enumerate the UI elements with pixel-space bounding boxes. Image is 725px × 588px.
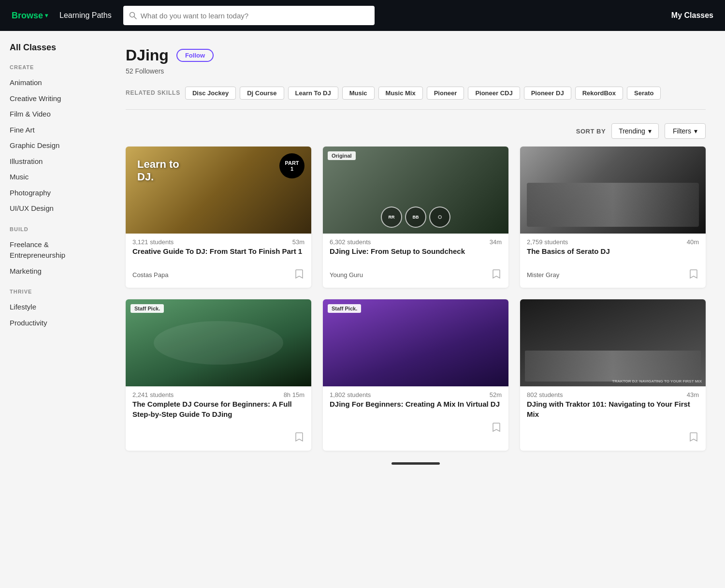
course-meta-1: 3,121 students 53m (126, 234, 311, 247)
course-title-2: DJing Live: From Setup to Soundcheck (330, 247, 502, 256)
course-card-1[interactable]: Learn toDJ. PART 1 3,121 students 53m Cr… (126, 147, 311, 288)
search-icon (129, 12, 137, 19)
course-footer-3: Mister Gray (520, 265, 706, 288)
course-duration-5: 52m (490, 391, 502, 398)
course-title-6: DJing with Traktor 101: Navigating to Yo… (527, 399, 699, 419)
course-title-5: DJing For Beginners: Creating A Mix In V… (330, 399, 502, 409)
staff-pick-badge-4: Staff Pick. (130, 304, 164, 313)
thumb-visual-3 (520, 147, 706, 234)
skill-tag-music[interactable]: Music (342, 87, 375, 100)
related-skills-label: RELATED SKILLS (126, 87, 180, 96)
sidebar-item-productivity[interactable]: Productivity (10, 315, 97, 331)
learning-paths-link[interactable]: Learning Paths (59, 11, 112, 20)
browse-button[interactable]: Browse ▾ (12, 11, 48, 21)
course-students-5: 1,802 students (330, 391, 371, 398)
skill-tag-learn-to-dj[interactable]: Learn To DJ (288, 87, 338, 100)
bookmark-button-6[interactable] (688, 431, 699, 445)
course-meta-2: 6,302 students 34m (323, 234, 508, 247)
skill-tag-pioneer-cdj[interactable]: Pioneer CDJ (468, 87, 520, 100)
thumb-mixer-3 (527, 183, 699, 227)
sort-dropdown[interactable]: Trending ▾ (611, 123, 659, 139)
sidebar-item-film-video[interactable]: Film & Video (10, 106, 97, 122)
sort-chevron-icon: ▾ (648, 127, 652, 135)
bookmark-button-5[interactable] (491, 421, 502, 435)
followers-count: 52 Followers (126, 67, 706, 75)
scroll-indicator (126, 462, 706, 465)
course-meta-4: 2,241 students 8h 15m (126, 386, 311, 399)
course-footer-6 (520, 428, 706, 451)
skill-tag-pioneer[interactable]: Pioneer (427, 87, 464, 100)
sidebar-item-music[interactable]: Music (10, 169, 97, 185)
sidebar-item-marketing[interactable]: Marketing (10, 264, 97, 279)
logo-circle-1: RR (381, 206, 402, 228)
logo-circle-3: ⬡ (429, 206, 450, 228)
course-info-1: Creative Guide To DJ: From Start To Fini… (126, 247, 311, 265)
skill-tag-serato[interactable]: Serato (627, 87, 661, 100)
skill-tag-rekordbox[interactable]: RekordBox (575, 87, 623, 100)
thumb-label-6: TRAKTOR DJ: NAVIGATING TO YOUR FIRST MIX (612, 379, 702, 383)
course-duration-3: 40m (687, 238, 699, 246)
sidebar-item-ui-ux-design[interactable]: UI/UX Design (10, 201, 97, 217)
skill-tags-container: Disc Jockey Dj Course Learn To DJ Music … (185, 87, 661, 100)
course-duration-4: 8h 15m (284, 391, 304, 398)
staff-pick-badge-5: Staff Pick. (328, 304, 361, 313)
skill-tag-dj-course[interactable]: Dj Course (240, 87, 284, 100)
course-thumbnail-1: Learn toDJ. PART 1 (126, 147, 311, 234)
search-bar[interactable] (123, 6, 375, 25)
skill-tag-disc-jockey[interactable]: Disc Jockey (185, 87, 236, 100)
course-title-4: The Complete DJ Course for Beginners: A … (132, 399, 304, 419)
course-card-4[interactable]: Staff Pick. 2,241 students 8h 15m The Co… (126, 299, 311, 451)
sidebar-item-illustration[interactable]: Illustration (10, 154, 97, 170)
course-students-3: 2,759 students (527, 238, 568, 246)
course-info-2: DJing Live: From Setup to Soundcheck (323, 247, 508, 265)
course-card-2[interactable]: Original RR BB ⬡ 6,302 students 34m DJin… (323, 147, 508, 288)
course-grid: Learn toDJ. PART 1 3,121 students 53m Cr… (126, 147, 706, 451)
course-thumbnail-4: Staff Pick. (126, 299, 311, 386)
sidebar: All Classes CREATE Animation Creative Wr… (0, 31, 106, 588)
thumb-circle-4 (154, 321, 284, 365)
sidebar-item-animation[interactable]: Animation (10, 75, 97, 91)
header: Browse ▾ Learning Paths My Classes (0, 0, 725, 31)
all-classes-link[interactable]: All Classes (10, 43, 97, 53)
thumb-logos-2: RR BB ⬡ (381, 206, 450, 228)
bookmark-button-4[interactable] (294, 431, 304, 445)
main-content: DJing Follow 52 Followers RELATED SKILLS… (106, 31, 725, 588)
sidebar-item-photography[interactable]: Photography (10, 185, 97, 201)
sidebar-item-graphic-design[interactable]: Graphic Design (10, 138, 97, 154)
follow-button[interactable]: Follow (176, 49, 214, 62)
course-meta-5: 1,802 students 52m (323, 386, 508, 399)
course-students-4: 2,241 students (132, 391, 174, 398)
filters-dropdown[interactable]: Filters ▾ (665, 123, 706, 139)
search-input[interactable] (141, 12, 369, 20)
browse-chevron-icon: ▾ (45, 12, 48, 19)
bookmark-button-1[interactable] (294, 268, 304, 282)
sort-by-label: SORT BY (576, 128, 606, 135)
my-classes-link[interactable]: My Classes (671, 11, 713, 20)
course-card-3[interactable]: 2,759 students 40m The Basics of Serato … (520, 147, 706, 288)
sidebar-item-freelance[interactable]: Freelance & Entrepreneurship (10, 237, 97, 264)
sort-value: Trending (619, 127, 645, 135)
course-meta-6: 802 students 43m (520, 386, 706, 399)
course-author-3: Mister Gray (527, 271, 559, 279)
sidebar-section-thrive: THRIVE (10, 289, 97, 294)
filters-chevron-icon: ▾ (694, 127, 697, 135)
course-footer-2: Young Guru (323, 265, 508, 288)
sidebar-item-lifestyle[interactable]: Lifestyle (10, 299, 97, 315)
sidebar-item-fine-art[interactable]: Fine Art (10, 122, 97, 138)
course-footer-1: Costas Papa (126, 265, 311, 288)
course-students-1: 3,121 students (132, 238, 174, 246)
logo-circle-2: BB (405, 206, 426, 228)
bookmark-button-2[interactable] (491, 268, 502, 282)
skill-tag-pioneer-dj[interactable]: Pioneer DJ (524, 87, 571, 100)
course-card-5[interactable]: Staff Pick. 1,802 students 52m DJing For… (323, 299, 508, 451)
sidebar-section-create: CREATE (10, 64, 97, 70)
bookmark-button-3[interactable] (688, 268, 699, 282)
skill-tag-music-mix[interactable]: Music Mix (378, 87, 423, 100)
sidebar-section-build: BUILD (10, 226, 97, 232)
course-author-2: Young Guru (330, 271, 363, 279)
thumb-bg-6 (520, 299, 706, 386)
course-card-6[interactable]: TRAKTOR DJ: NAVIGATING TO YOUR FIRST MIX… (520, 299, 706, 451)
course-thumbnail-5: Staff Pick. (323, 299, 508, 386)
course-author-1: Costas Papa (132, 271, 168, 279)
sidebar-item-creative-writing[interactable]: Creative Writing (10, 91, 97, 107)
